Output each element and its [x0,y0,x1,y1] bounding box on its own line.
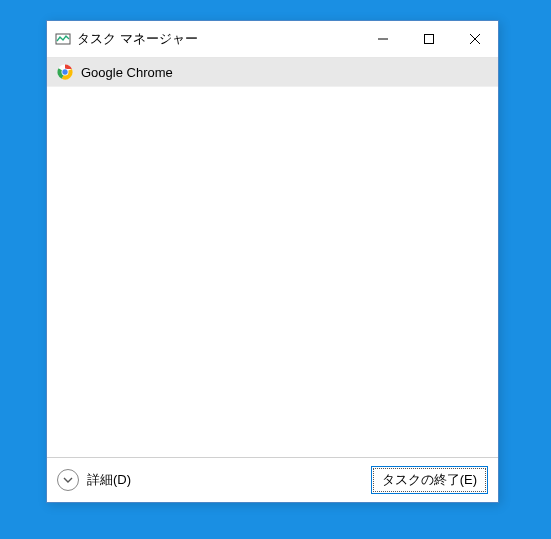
svg-rect-2 [425,35,434,44]
end-task-button[interactable]: タスクの終了(E) [371,466,488,494]
process-row[interactable]: Google Chrome [47,58,498,87]
details-button-label[interactable]: 詳細(D) [87,471,363,489]
footer: 詳細(D) タスクの終了(E) [47,457,498,502]
window-controls [360,21,498,57]
task-manager-icon [55,31,71,47]
window-title: タスク マネージャー [77,30,360,48]
task-manager-window: タスク マネージャー [46,20,499,503]
close-button[interactable] [452,21,498,57]
svg-point-7 [62,69,67,74]
chevron-down-icon[interactable] [57,469,79,491]
minimize-button[interactable] [360,21,406,57]
titlebar[interactable]: タスク マネージャー [47,21,498,58]
process-list[interactable]: Google Chrome [47,58,498,457]
chrome-icon [57,64,73,80]
maximize-button[interactable] [406,21,452,57]
process-name: Google Chrome [81,65,173,80]
